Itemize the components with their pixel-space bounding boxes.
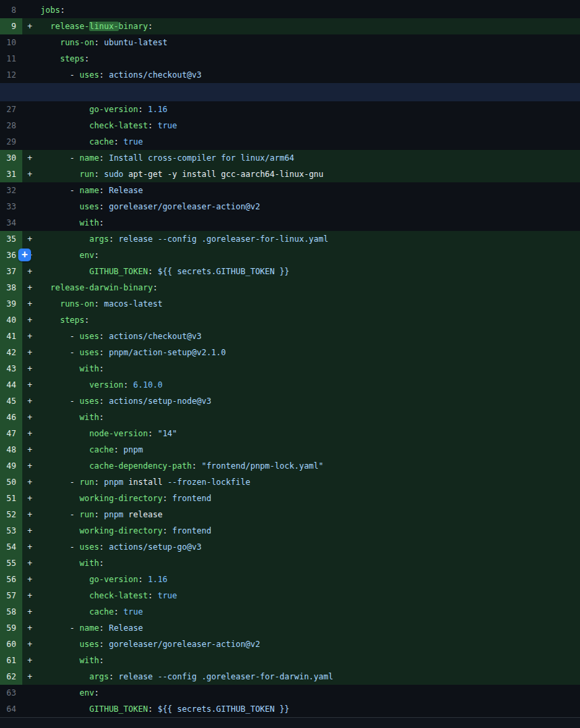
line-number[interactable]: 8 (0, 2, 22, 18)
line-number[interactable]: 28 (0, 118, 22, 134)
line-number[interactable]: 52 (0, 506, 22, 523)
line-number[interactable]: 62 (0, 669, 22, 685)
code-token: uses (80, 202, 99, 211)
line-number[interactable]: 56 (0, 571, 22, 588)
line-number[interactable]: 30 (0, 150, 22, 166)
line-number[interactable]: 35 (0, 231, 22, 247)
line-number[interactable]: 50 (0, 474, 22, 490)
diff-marker: + (22, 669, 37, 685)
line-number[interactable]: 42 (0, 344, 22, 361)
code-token: : (99, 640, 109, 649)
code-token: with (80, 364, 99, 373)
code-token (41, 251, 80, 260)
code-line: - uses: pnpm/action-setup@v2.1.0 (37, 344, 226, 361)
diff-row: 41+ - uses: actions/checkout@v3 (0, 328, 580, 344)
line-number[interactable]: 34 (0, 215, 22, 231)
code-line: with: (37, 215, 104, 231)
code-token: actions/checkout@v3 (109, 332, 201, 341)
code-token: : (99, 218, 104, 228)
line-number[interactable]: 10 (0, 34, 22, 51)
line-number[interactable]: 57 (0, 588, 22, 604)
diff-table: 8jobs:9+ release-linux-binary:10 runs-on… (0, 0, 580, 728)
code-token: env (80, 251, 95, 260)
code-line: run: sudo apt-get -y install gcc-aarch64… (37, 166, 323, 182)
diff-marker (22, 51, 37, 67)
line-number[interactable]: 33 (0, 199, 22, 215)
diff-marker: + (22, 652, 37, 669)
line-number[interactable]: 38 (0, 280, 22, 296)
code-line: go-version: 1.16 (37, 101, 167, 118)
line-number[interactable]: 48 (0, 442, 22, 458)
code-token (41, 218, 80, 228)
diff-row: 58+ cache: true (0, 604, 580, 620)
line-number[interactable]: 53 (0, 523, 22, 539)
code-token (41, 494, 80, 503)
hunk-expander-row[interactable] (0, 83, 580, 101)
line-number[interactable]: 37 (0, 263, 22, 280)
line-number[interactable]: 46 (0, 409, 22, 425)
add-comment-button[interactable]: + (18, 249, 31, 261)
code-token: with (80, 558, 99, 568)
line-number[interactable]: 27 (0, 101, 22, 118)
code-token: ${{ secrets.GITHUB_TOKEN }} (157, 267, 289, 276)
line-number[interactable]: 44 (0, 377, 22, 393)
line-number[interactable]: 40 (0, 312, 22, 328)
line-number[interactable]: 63 (0, 685, 22, 701)
code-line: uses: goreleaser/goreleaser-action@v2 (37, 199, 260, 215)
line-number[interactable]: 49 (0, 458, 22, 474)
line-number[interactable]: 9 (0, 18, 22, 34)
diff-marker (22, 34, 37, 51)
diff-marker: + (22, 377, 37, 393)
code-token: : (94, 251, 99, 260)
line-number[interactable]: 51 (0, 490, 22, 506)
line-number[interactable]: 60 (0, 636, 22, 652)
line-number[interactable]: 29 (0, 134, 22, 150)
code-token (41, 688, 80, 698)
code-token: uses (80, 348, 99, 357)
line-number[interactable]: 43 (0, 361, 22, 377)
diff-marker: + (22, 312, 37, 328)
code-token: true (124, 137, 143, 147)
line-number[interactable]: 45 (0, 393, 22, 409)
code-token: : (94, 299, 103, 309)
diff-row: 46+ with: (0, 409, 580, 425)
code-token: pnpm (124, 445, 143, 454)
code-line: - name: Install cross-compiler for linux… (37, 150, 294, 166)
line-number[interactable]: 47 (0, 425, 22, 442)
code-line: - uses: actions/checkout@v3 (37, 328, 201, 344)
code-line: args: release --config .goreleaser-for-d… (37, 669, 334, 685)
code-token: actions/checkout@v3 (109, 70, 201, 80)
line-number[interactable]: 64 (0, 701, 22, 717)
code-token: release (124, 510, 163, 519)
line-number[interactable]: 32 (0, 182, 22, 199)
code-token: : (163, 494, 172, 503)
diff-row: 59+ - name: Release (0, 620, 580, 636)
code-token (41, 105, 89, 114)
diff-row: 39+ runs-on: macos-latest (0, 296, 580, 312)
diff-marker: + (22, 458, 37, 474)
diff-row: 31+ run: sudo apt-get -y install gcc-aar… (0, 166, 580, 182)
line-number[interactable]: 12 (0, 67, 22, 83)
line-number[interactable]: 31 (0, 166, 22, 182)
line-number[interactable]: 41 (0, 328, 22, 344)
diff-marker (22, 118, 37, 134)
code-token: cache-dependency-path (89, 461, 192, 471)
code-token: : (99, 364, 104, 373)
line-number[interactable]: 61 (0, 652, 22, 669)
line-number[interactable]: 54 (0, 539, 22, 555)
code-token: - (41, 186, 80, 195)
code-token: : (153, 283, 157, 292)
line-number[interactable]: 55 (0, 555, 22, 571)
diff-marker (22, 685, 37, 701)
code-token: : (163, 526, 172, 536)
line-number[interactable]: 11 (0, 51, 22, 67)
code-token: goreleaser/goreleaser-action@v2 (109, 640, 260, 649)
line-number[interactable]: 58 (0, 604, 22, 620)
diff-row: 55+ with: (0, 555, 580, 571)
code-token: : (192, 461, 201, 471)
line-number[interactable]: 59 (0, 620, 22, 636)
code-token (41, 202, 80, 211)
diff-row: 9+ release-linux-binary: (0, 18, 580, 34)
line-number[interactable]: 39 (0, 296, 22, 312)
code-token: cache (89, 445, 113, 454)
